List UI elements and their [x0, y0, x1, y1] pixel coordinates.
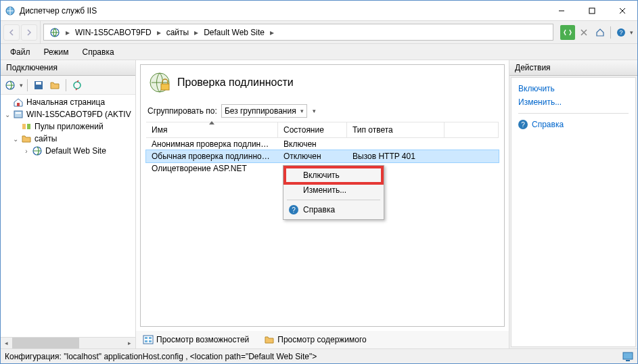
column-state[interactable]: Состояние — [278, 122, 347, 137]
list-body: Анонимная проверка подлинно... Включен О… — [146, 138, 499, 321]
cell-state: Включен — [278, 139, 347, 149]
action-help[interactable]: ? Справка — [518, 118, 629, 131]
tab-content-view[interactable]: Просмотр содержимого — [260, 332, 370, 347]
svg-rect-1 — [589, 8, 595, 14]
cell-response: Вызов HTTP 401 — [347, 152, 499, 161]
minimize-button[interactable] — [546, 1, 576, 20]
ctx-edit[interactable]: Изменить... — [286, 183, 382, 198]
ctx-enable-label: Включить — [303, 170, 340, 180]
svg-rect-20 — [145, 337, 147, 339]
group-by-label: Сгруппировать по: — [147, 106, 217, 116]
tree-app-pools[interactable]: Пулы приложений — [1, 120, 135, 133]
action-edit[interactable]: Изменить... — [518, 95, 629, 109]
stop-button[interactable] — [576, 25, 591, 40]
column-response[interactable]: Тип ответа — [347, 122, 445, 137]
actions-header: Действия — [509, 60, 637, 76]
action-separator — [518, 113, 629, 114]
folder-icon — [21, 133, 32, 144]
expander-icon[interactable]: ⌄ — [12, 135, 20, 143]
ctx-enable[interactable]: Включить — [286, 168, 382, 183]
group-by-value: Без группирования — [225, 106, 296, 116]
close-button[interactable] — [607, 1, 637, 20]
breadcrumb-server[interactable]: WIN-1S5CABOT9FD — [72, 24, 154, 40]
menu-mode[interactable]: Режим — [37, 46, 76, 58]
horizontal-scrollbar[interactable]: ◂ ▸ — [1, 337, 135, 348]
statusbar: Конфигурация: "localhost" applicationHos… — [1, 348, 637, 363]
connect-dropdown-icon[interactable]: ▾ — [20, 82, 23, 89]
svg-rect-22 — [145, 340, 147, 342]
scroll-right-button[interactable]: ▸ — [124, 338, 135, 348]
refresh-tree-button[interactable] — [70, 78, 84, 92]
maximize-button[interactable] — [576, 1, 607, 20]
page-title: Проверка подлинности — [177, 76, 294, 89]
svg-rect-13 — [27, 124, 30, 129]
scroll-left-button[interactable]: ◂ — [1, 338, 12, 348]
help-button[interactable]: ? — [614, 25, 629, 40]
help-icon: ? — [518, 120, 528, 129]
ctx-help[interactable]: ? Справка — [286, 202, 382, 217]
actions-body: Включить Изменить... ? Справка — [511, 77, 636, 347]
globe-icon — [49, 27, 60, 38]
status-text: Конфигурация: "localhost" applicationHos… — [5, 352, 317, 361]
breadcrumb-default-site[interactable]: Default Web Site — [201, 24, 267, 40]
home-button[interactable] — [593, 25, 608, 40]
site-icon — [32, 145, 43, 156]
context-menu: Включить Изменить... ? Справка — [283, 165, 384, 220]
cell-name: Олицетворение ASP.NET — [146, 164, 278, 173]
svg-text:?: ? — [619, 29, 622, 36]
chevron-right-icon[interactable]: ▸ — [156, 28, 162, 37]
action-enable[interactable]: Включить — [518, 82, 629, 95]
connect-button[interactable] — [3, 78, 17, 92]
chevron-right-icon[interactable]: ▸ — [193, 28, 200, 37]
expander-icon[interactable]: › — [22, 147, 30, 155]
menu-file[interactable]: Файл — [3, 46, 37, 58]
column-name[interactable]: Имя — [146, 122, 278, 137]
nav-forward-button[interactable] — [21, 24, 37, 41]
svg-rect-7 — [36, 82, 41, 85]
authentication-icon — [149, 72, 170, 93]
tab-features-label: Просмотр возможностей — [156, 335, 249, 344]
menubar: Файл Режим Справка — [1, 44, 637, 60]
list-row[interactable]: Анонимная проверка подлинно... Включен — [146, 138, 499, 150]
svg-rect-10 — [14, 111, 22, 118]
tab-content-label: Просмотр содержимого — [277, 335, 366, 344]
column-extra[interactable] — [445, 122, 499, 137]
breadcrumb[interactable]: ▸ WIN-1S5CABOT9FD ▸ сайты ▸ Default Web … — [43, 24, 553, 41]
ctx-help-label: Справка — [303, 205, 335, 214]
help-icon: ? — [288, 204, 299, 215]
features-view-icon — [143, 334, 154, 345]
status-monitor-icon — [622, 351, 633, 362]
tab-features-view[interactable]: Просмотр возможностей — [139, 332, 253, 347]
menu-help[interactable]: Справка — [76, 46, 121, 58]
center-panel: Проверка подлинности Сгруппировать по: Б… — [136, 60, 509, 348]
actions-panel: Действия Включить Изменить... ? Справка — [509, 60, 637, 348]
help-dropdown-icon[interactable]: ▾ — [630, 29, 633, 36]
svg-rect-12 — [22, 124, 26, 129]
nav-back-button[interactable] — [3, 24, 20, 41]
group-by-select[interactable]: Без группирования ▾ — [221, 104, 307, 118]
save-button[interactable] — [32, 78, 45, 92]
tree-start-page[interactable]: Начальная страница — [1, 96, 135, 108]
tree-server[interactable]: ⌄ WIN-1S5CABOT9FD (AKTIV — [1, 108, 135, 120]
refresh-button[interactable] — [560, 25, 575, 40]
chevron-right-icon[interactable]: ▸ — [269, 28, 275, 37]
center-footer-tabs: Просмотр возможностей Просмотр содержимо… — [136, 331, 509, 348]
list-row[interactable]: Обычная проверка подлинности Отключен Вы… — [146, 150, 499, 162]
tree-sites[interactable]: ⌄ сайты — [1, 133, 135, 145]
tree-default-site[interactable]: › Default Web Site — [1, 145, 135, 157]
navbar: ▸ WIN-1S5CABOT9FD ▸ сайты ▸ Default Web … — [1, 21, 637, 44]
connections-tree[interactable]: Начальная страница ⌄ WIN-1S5CABOT9FD (AK… — [1, 95, 135, 337]
chevron-down-icon: ▾ — [300, 108, 304, 114]
app-icon — [5, 5, 16, 16]
cell-name: Анонимная проверка подлинно... — [146, 139, 278, 149]
open-folder-button[interactable] — [48, 78, 62, 92]
scroll-thumb[interactable] — [12, 338, 79, 348]
action-edit-label: Изменить... — [518, 97, 562, 107]
chevron-right-icon[interactable]: ▸ — [64, 28, 71, 37]
breadcrumb-sites[interactable]: сайты — [164, 24, 192, 40]
ctx-edit-label: Изменить... — [303, 185, 346, 195]
grouping-extra-dropdown[interactable]: ▾ — [313, 108, 316, 114]
action-enable-label: Включить — [518, 84, 555, 93]
expander-icon[interactable]: ⌄ — [3, 111, 12, 118]
grouping-row: Сгруппировать по: Без группирования ▾ ▾ — [141, 100, 504, 122]
